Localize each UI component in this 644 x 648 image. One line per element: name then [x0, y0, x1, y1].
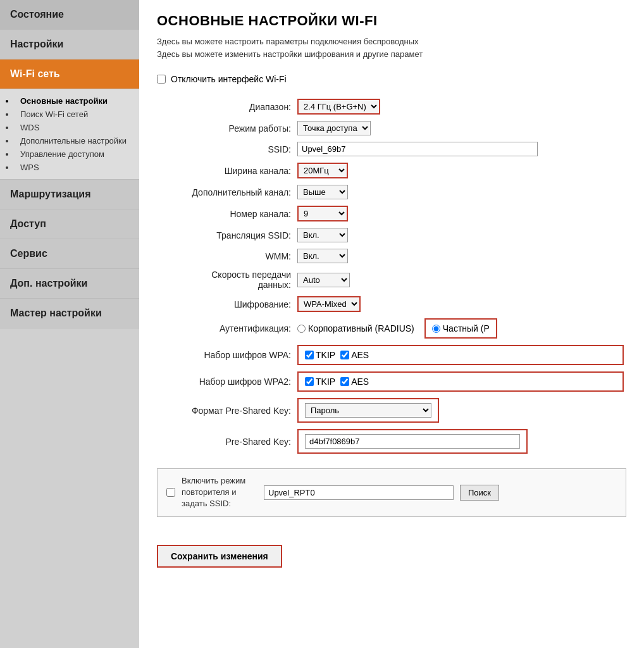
- rezhim-select[interactable]: Точка доступа Клиент Мост: [297, 121, 371, 135]
- sidebar-subitem-osnovnye[interactable]: Основные настройки: [15, 94, 139, 108]
- autentifikaciya-radio-group: Корпоративный (RADIUS) Частный (P: [297, 318, 624, 339]
- diapazon-select[interactable]: 2.4 ГГц (B+G+N) 5 ГГц: [297, 99, 380, 115]
- autentifikaciya-label: Аутентификация:: [157, 315, 296, 342]
- repeater-label: Включить режим повторителя и задать SSID…: [182, 475, 257, 510]
- preshared-row: Pre-Shared Key:: [157, 426, 626, 457]
- wpa-aes-label[interactable]: AES: [340, 350, 369, 360]
- ssid-row: SSID:: [157, 139, 626, 159]
- shifrovanie-field: WPA-Mixed WPA WPA2 WEP Нет: [296, 293, 626, 315]
- wmm-select[interactable]: Вкл. Выкл.: [297, 249, 348, 263]
- shifrovanie-label: Шифрование:: [157, 293, 296, 315]
- diapazon-label: Диапазон:: [157, 96, 296, 118]
- wmm-row: WMM: Вкл. Выкл.: [157, 246, 626, 266]
- wpa2-tkip-checkbox[interactable]: [305, 377, 314, 386]
- nabor-wpa2-label: Набор шифров WPA2:: [157, 368, 296, 395]
- nabor-wpa2-checkboxes: TKIP AES: [297, 371, 624, 392]
- skorost-field: Auto 1 Мбит/с 2 Мбит/с: [296, 266, 626, 293]
- save-button[interactable]: Сохранить изменения: [157, 545, 282, 568]
- preshared-boxed: [297, 429, 528, 454]
- disable-wifi-row: Отключить интерфейс Wi-Fi: [157, 74, 626, 84]
- repeater-search-button[interactable]: Поиск: [460, 485, 499, 501]
- sidebar-item-master[interactable]: Мастер настройки: [0, 299, 139, 328]
- format-field: Пароль HEX: [296, 395, 626, 426]
- nabor-wpa2-row: Набор шифров WPA2: TKIP AES: [157, 368, 626, 395]
- autentifikaciya-row: Аутентификация: Корпоративный (RADIUS) Ч…: [157, 315, 626, 342]
- page-description: Здесь вы можете настроить параметры подк…: [157, 35, 626, 60]
- preshared-input[interactable]: [305, 434, 520, 449]
- shirina-label: Ширина канала:: [157, 159, 296, 182]
- translyaciya-label: Трансляция SSID:: [157, 225, 296, 246]
- wpa-tkip-label[interactable]: TKIP: [305, 350, 335, 360]
- diapazon-field: 2.4 ГГц (B+G+N) 5 ГГц: [296, 96, 626, 118]
- format-select[interactable]: Пароль HEX: [305, 403, 431, 418]
- skorost-row: Скорость передачиданных: Auto 1 Мбит/с 2…: [157, 266, 626, 293]
- page-title: ОСНОВНЫЕ НАСТРОЙКИ WI-FI: [157, 13, 626, 29]
- skorost-select[interactable]: Auto 1 Мбит/с 2 Мбит/с: [297, 273, 350, 287]
- ssid-input[interactable]: [297, 142, 538, 156]
- wpa2-aes-label[interactable]: AES: [340, 377, 369, 387]
- sidebar-item-marshrutizaciya[interactable]: Маршрутизация: [0, 180, 139, 209]
- rezhim-field: Точка доступа Клиент Мост: [296, 118, 626, 139]
- nomer-kanal-field: 1234 5678 91011 1213Auto: [296, 202, 626, 225]
- shirina-row: Ширина канала: 20МГц 40МГц: [157, 159, 626, 182]
- dop-kanal-field: Выше Ниже: [296, 182, 626, 202]
- sidebar-item-sostoyanie[interactable]: Состояние: [0, 0, 139, 30]
- skorost-label: Скорость передачиданных:: [157, 266, 296, 293]
- autentifikaciya-chastny-radio[interactable]: [432, 325, 440, 333]
- wpa-aes-checkbox[interactable]: [340, 351, 349, 359]
- ssid-field: [296, 139, 626, 159]
- sidebar-item-dostup[interactable]: Доступ: [0, 209, 139, 239]
- ssid-label: SSID:: [157, 139, 296, 159]
- sidebar-item-wifi[interactable]: Wi-Fi сеть: [0, 59, 139, 89]
- rezhim-row: Режим работы: Точка доступа Клиент Мост: [157, 118, 626, 139]
- wpa-tkip-checkbox[interactable]: [305, 351, 314, 359]
- wmm-field: Вкл. Выкл.: [296, 246, 626, 266]
- nomer-kanal-select[interactable]: 1234 5678 91011 1213Auto: [297, 206, 348, 221]
- sidebar-subitem-upravlenie[interactable]: Управление доступом: [15, 147, 139, 161]
- translyaciya-field: Вкл. Выкл.: [296, 225, 626, 246]
- wpa2-aes-checkbox[interactable]: [340, 377, 349, 386]
- rezhim-label: Режим работы:: [157, 118, 296, 139]
- nabor-wpa-label: Набор шифров WPA:: [157, 342, 296, 368]
- disable-wifi-checkbox[interactable]: [157, 75, 166, 84]
- repeater-checkbox[interactable]: [166, 488, 175, 497]
- sidebar-item-nastrojki[interactable]: Настройки: [0, 30, 139, 59]
- translyaciya-row: Трансляция SSID: Вкл. Выкл.: [157, 225, 626, 246]
- shirina-field: 20МГц 40МГц: [296, 159, 626, 182]
- settings-form: Диапазон: 2.4 ГГц (B+G+N) 5 ГГц Режим ра…: [157, 96, 626, 457]
- autentifikaciya-chastny-label[interactable]: Частный (P: [432, 323, 490, 333]
- sidebar: Состояние Настройки Wi-Fi сеть Основные …: [0, 0, 139, 648]
- autentifikaciya-korporativny-label[interactable]: Корпоративный (RADIUS): [297, 323, 414, 333]
- diapazon-row: Диапазон: 2.4 ГГц (B+G+N) 5 ГГц: [157, 96, 626, 118]
- preshared-field: [296, 426, 626, 457]
- autentifikaciya-chastny-box: Частный (P: [424, 318, 497, 339]
- sidebar-subitem-wds[interactable]: WDS: [15, 121, 139, 134]
- sidebar-subitem-wps[interactable]: WPS: [15, 161, 139, 174]
- nabor-wpa-checkboxes: TKIP AES: [297, 345, 624, 365]
- nomer-kanal-row: Номер канала: 1234 5678 91011 1213Auto: [157, 202, 626, 225]
- nabor-wpa2-field: TKIP AES: [296, 368, 626, 395]
- sidebar-subitem-dopolnitelnye[interactable]: Дополнительные настройки: [15, 134, 139, 147]
- repeater-section: Включить режим повторителя и задать SSID…: [157, 468, 626, 517]
- shifrovanie-select[interactable]: WPA-Mixed WPA WPA2 WEP Нет: [297, 296, 361, 312]
- sidebar-item-dop[interactable]: Доп. настройки: [0, 269, 139, 299]
- shifrovanie-row: Шифрование: WPA-Mixed WPA WPA2 WEP Нет: [157, 293, 626, 315]
- autentifikaciya-field: Корпоративный (RADIUS) Частный (P: [296, 315, 626, 342]
- wmm-label: WMM:: [157, 246, 296, 266]
- dop-kanal-row: Дополнительный канал: Выше Ниже: [157, 182, 626, 202]
- nomer-kanal-label: Номер канала:: [157, 202, 296, 225]
- main-content: ОСНОВНЫЕ НАСТРОЙКИ WI-FI Здесь вы можете…: [139, 0, 644, 648]
- dop-kanal-label: Дополнительный канал:: [157, 182, 296, 202]
- sidebar-subitem-poisk[interactable]: Поиск Wi-Fi сетей: [15, 108, 139, 121]
- format-label: Формат Pre-Shared Key:: [157, 395, 296, 426]
- autentifikaciya-korporativny-radio[interactable]: [297, 325, 306, 333]
- disable-wifi-label: Отключить интерфейс Wi-Fi: [171, 74, 287, 84]
- translyaciya-select[interactable]: Вкл. Выкл.: [297, 228, 348, 242]
- repeater-ssid-input[interactable]: [264, 485, 454, 500]
- shirina-select[interactable]: 20МГц 40МГц: [297, 163, 348, 178]
- dop-kanal-select[interactable]: Выше Ниже: [297, 185, 348, 199]
- wpa2-tkip-label[interactable]: TKIP: [305, 377, 335, 387]
- nabor-wpa-row: Набор шифров WPA: TKIP AES: [157, 342, 626, 368]
- sidebar-item-servis[interactable]: Сервис: [0, 239, 139, 269]
- sidebar-submenu-wifi: Основные настройки Поиск Wi-Fi сетей WDS…: [0, 89, 139, 180]
